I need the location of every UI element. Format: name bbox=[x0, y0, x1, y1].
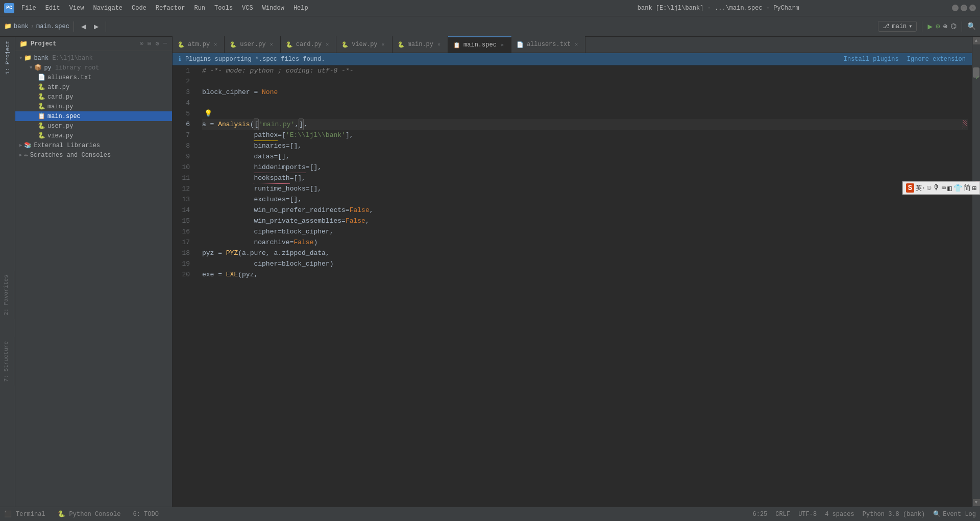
cursor-position[interactable]: 6:25 bbox=[753, 511, 768, 518]
tree-item-label: External Libraries bbox=[34, 142, 100, 149]
folder-icon: 📁 bbox=[4, 22, 12, 30]
tree-item-view[interactable]: 🐍 view.py bbox=[15, 131, 172, 140]
tree-item-label: allusers.txt bbox=[47, 74, 91, 81]
tree-item-user[interactable]: 🐍 user.py bbox=[15, 121, 172, 131]
sidebar-project-icon[interactable]: 1: Project bbox=[4, 39, 12, 77]
python-interpreter[interactable]: Python 3.8 (bank) bbox=[863, 511, 925, 518]
txt-file-icon: 📄 bbox=[38, 74, 45, 81]
chevron-down-icon: ▾ bbox=[909, 22, 912, 30]
collapse-all-icon[interactable]: ⊟ bbox=[146, 39, 152, 49]
line-num-4: 4 bbox=[173, 98, 194, 108]
line-num-17: 17 bbox=[173, 237, 194, 248]
tab-close-main-py[interactable]: ✕ bbox=[436, 41, 442, 48]
menu-file[interactable]: File bbox=[17, 4, 40, 13]
main-layout: 1: Project 📁 Project ⊙ ⊟ ⚙ — ▼ 📁 bank E:… bbox=[0, 37, 980, 507]
right-scrollbar[interactable]: ▲ ▼ ✓ bbox=[972, 37, 980, 507]
tree-item-allusers[interactable]: 📄 allusers.txt bbox=[15, 73, 172, 82]
tab-close-allusers[interactable]: ✕ bbox=[574, 41, 579, 48]
navigate-back-button[interactable]: ◀ bbox=[78, 21, 89, 32]
branch-name: main bbox=[892, 23, 906, 30]
tab-card[interactable]: 🐍 card.py ✕ bbox=[281, 36, 336, 53]
menu-vcs[interactable]: VCS bbox=[238, 4, 257, 13]
breadcrumb-project[interactable]: bank bbox=[14, 23, 29, 30]
branch-selector[interactable]: ⎇ main ▾ bbox=[878, 21, 917, 32]
tree-item-scratches[interactable]: ▶ ✏ Scratches and Consoles bbox=[15, 150, 172, 160]
close-button[interactable]: ✕ bbox=[969, 5, 976, 11]
line-endings[interactable]: CRLF bbox=[775, 511, 790, 518]
scroll-up-arrow[interactable]: ▲ bbox=[973, 37, 980, 44]
toolbar: 📁 bank › main.spec ◀ ▶ ⎇ main ▾ ▶ ⚙ ⊕ ⌬ … bbox=[0, 16, 980, 37]
tab-atm[interactable]: 🐍 atm.py ✕ bbox=[173, 36, 225, 53]
line-num-2: 2 bbox=[173, 76, 194, 87]
tab-label: card.py bbox=[296, 41, 322, 48]
close-panel-icon[interactable]: — bbox=[162, 39, 168, 49]
no-errors-indicator: ✓ bbox=[975, 74, 979, 81]
tab-user[interactable]: 🐍 user.py ✕ bbox=[225, 36, 280, 53]
charset[interactable]: UTF-8 bbox=[798, 511, 817, 518]
code-line-16: cipher = block_cipher , bbox=[202, 226, 968, 237]
run-button[interactable]: ▶ bbox=[927, 21, 933, 32]
line-num-11: 11 bbox=[173, 173, 194, 183]
tab-close-main-spec[interactable]: ✕ bbox=[500, 41, 505, 49]
menu-view[interactable]: View bbox=[65, 4, 88, 13]
locate-file-icon[interactable]: ⊙ bbox=[139, 39, 144, 49]
code-line-18: pyz = PYZ ( a.pure , a.zipped_data , bbox=[202, 248, 968, 258]
favorites-tab[interactable]: 2: Favorites bbox=[0, 271, 14, 319]
tab-close-user[interactable]: ✕ bbox=[269, 41, 274, 48]
install-plugins-link[interactable]: Install plugins bbox=[844, 56, 899, 63]
folder-icon: 📁 bbox=[24, 54, 32, 62]
toolbar-right: ⎇ main ▾ ▶ ⚙ ⊕ ⌬ 🔍 bbox=[878, 21, 976, 32]
tree-item-main-py[interactable]: 🐍 main.py bbox=[15, 102, 172, 111]
debug-button[interactable]: ⚙ bbox=[936, 22, 940, 31]
ignore-extension-link[interactable]: Ignore extension bbox=[907, 56, 966, 63]
search-everywhere-button[interactable]: 🔍 bbox=[967, 22, 976, 31]
info-icon: ℹ bbox=[179, 55, 181, 63]
code-line-14: win_no_prefer_redirects = False , bbox=[202, 205, 968, 216]
tree-item-main-spec[interactable]: 📋 main.spec bbox=[15, 111, 172, 121]
scroll-down-arrow[interactable]: ▼ bbox=[973, 499, 980, 506]
terminal-tab[interactable]: ⬛ Terminal bbox=[4, 510, 52, 518]
menu-code[interactable]: Code bbox=[128, 4, 151, 13]
ime-s-icon[interactable]: S bbox=[906, 183, 914, 193]
python-console-tab[interactable]: 🐍 Python Console bbox=[52, 510, 127, 518]
menu-help[interactable]: Help bbox=[289, 4, 312, 13]
indent-setting[interactable]: 4 spaces bbox=[825, 511, 854, 518]
terminal-icon: ⬛ bbox=[4, 510, 12, 518]
profile-button[interactable]: ⌬ bbox=[950, 22, 957, 31]
tree-item-card[interactable]: 🐍 card.py bbox=[15, 92, 172, 102]
tree-item-atm[interactable]: 🐍 atm.py bbox=[15, 82, 172, 92]
maximize-button[interactable]: □ bbox=[961, 5, 967, 11]
menu-edit[interactable]: Edit bbox=[41, 4, 64, 13]
tree-item-label: view.py bbox=[47, 132, 73, 139]
tab-close-card[interactable]: ✕ bbox=[325, 41, 330, 48]
menu-refactor[interactable]: Refactor bbox=[152, 4, 189, 13]
tab-close-atm[interactable]: ✕ bbox=[213, 41, 218, 48]
settings-icon[interactable]: ⚙ bbox=[155, 39, 160, 49]
project-panel-header: 📁 Project ⊙ ⊟ ⚙ — bbox=[15, 37, 172, 51]
line-num-10: 10 bbox=[173, 162, 194, 173]
tree-item-py-library[interactable]: ▼ 📦 py library root bbox=[15, 63, 172, 73]
tab-close-view[interactable]: ✕ bbox=[381, 41, 386, 48]
tab-main-py[interactable]: 🐍 main.py ✕ bbox=[393, 36, 448, 53]
menu-navigate[interactable]: Navigate bbox=[89, 4, 127, 13]
breadcrumb-file[interactable]: main.spec bbox=[36, 23, 69, 30]
structure-tab[interactable]: 7: Structure bbox=[0, 337, 14, 386]
line-num-14: 14 bbox=[173, 205, 194, 216]
menu-window[interactable]: Window bbox=[258, 4, 288, 13]
tree-item-external-libs[interactable]: ▶ 📚 External Libraries bbox=[15, 140, 172, 150]
tab-allusers[interactable]: 📄 allusers.txt ✕ bbox=[511, 36, 585, 53]
tab-view[interactable]: 🐍 view.py ✕ bbox=[336, 36, 392, 53]
todo-tab[interactable]: 6: TODO bbox=[127, 511, 164, 518]
menu-run[interactable]: Run bbox=[190, 4, 209, 13]
menu-tools[interactable]: Tools bbox=[210, 4, 237, 13]
code-line-20: exe = EXE ( pyz , bbox=[202, 269, 968, 280]
coverage-button[interactable]: ⊕ bbox=[943, 22, 947, 31]
tab-main-spec[interactable]: 📋 main.spec ✕ bbox=[448, 36, 511, 53]
event-log[interactable]: 🔍 Event Log bbox=[933, 510, 976, 518]
toolbar-separator-3 bbox=[922, 21, 922, 32]
minimize-button[interactable]: — bbox=[952, 5, 959, 11]
tree-item-bank[interactable]: ▼ 📁 bank E:\ljl\bank bbox=[15, 53, 172, 63]
navigate-forward-button[interactable]: ▶ bbox=[91, 21, 102, 32]
code-editor[interactable]: # -*- mode: python ; coding: utf-8 -*- b… bbox=[198, 65, 972, 507]
py-icon: 🐍 bbox=[230, 41, 237, 48]
